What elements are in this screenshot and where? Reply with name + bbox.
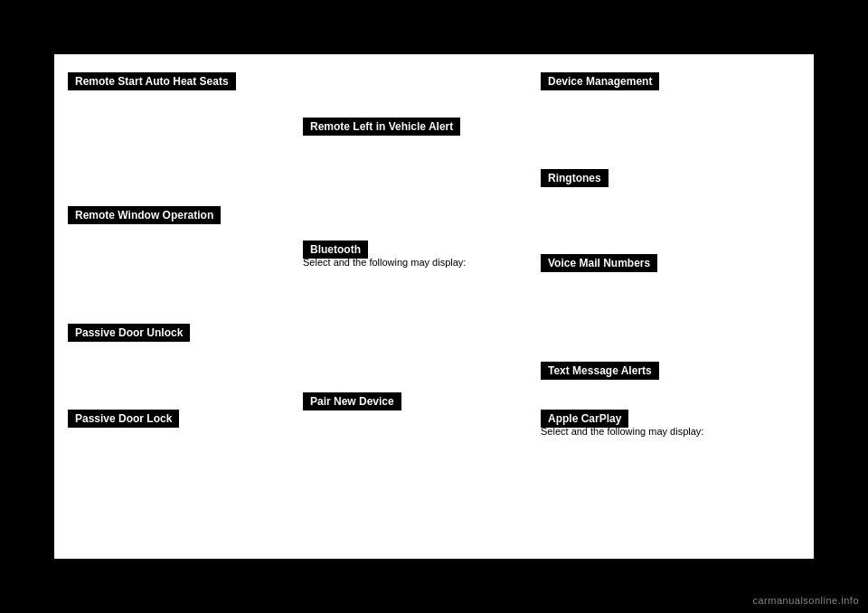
pair-new-device-label: Pair New Device [303,392,401,410]
watermark: carmanualsonline.info [752,595,859,606]
device-management-label: Device Management [541,72,659,90]
text-message-alerts-label: Text Message Alerts [541,362,659,380]
remote-window-operation-label: Remote Window Operation [68,206,221,224]
passive-door-lock-label: Passive Door Lock [68,410,179,428]
apple-carplay-desc-text: Select and the following may display: [541,425,749,439]
remote-start-auto-heat-seats-label: Remote Start Auto Heat Seats [68,72,236,90]
voice-mail-numbers-label: Voice Mail Numbers [541,254,657,272]
bluetooth-desc-text: Select and the following may display: [303,256,511,269]
ringtones-label: Ringtones [541,169,609,187]
remote-left-in-vehicle-alert-label: Remote Left in Vehicle Alert [303,118,460,136]
passive-door-unlock-label: Passive Door Unlock [68,324,190,342]
